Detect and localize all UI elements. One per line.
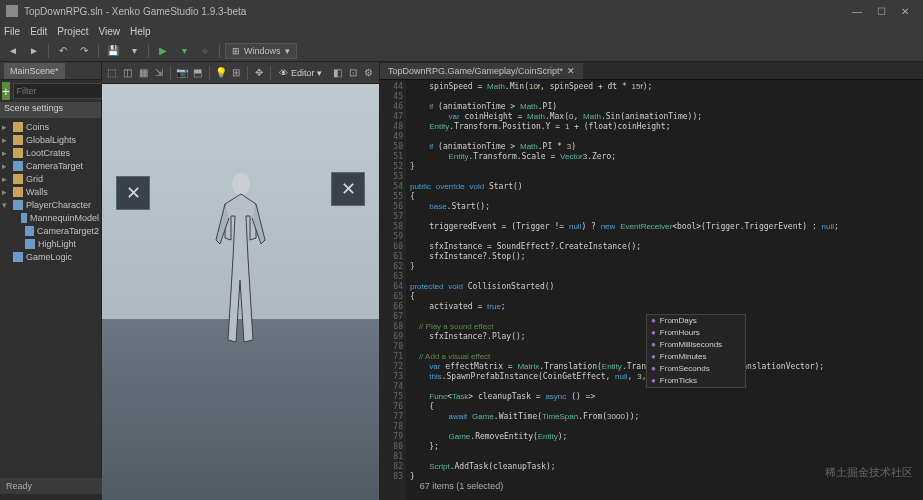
intellisense-item[interactable]: FromSeconds xyxy=(647,363,745,375)
platform-select[interactable]: ⊞ Windows ▾ xyxy=(225,43,297,59)
redo-button[interactable]: ↷ xyxy=(75,42,93,60)
scene-item[interactable]: HighLight xyxy=(0,237,101,250)
window-title: TopDownRPG.sln - Xenko GameStudio 1.9.3-… xyxy=(24,6,845,17)
viewport-crate xyxy=(331,172,365,206)
viewport-crate xyxy=(116,176,150,210)
vp-light-icon[interactable]: 💡 xyxy=(214,65,228,81)
code-gutter: 44 45 46 47 48 49 50 51 52 53 54 55 56 5… xyxy=(380,80,406,500)
scene-item[interactable]: ▸GlobalLights xyxy=(0,133,101,146)
minimize-button[interactable]: — xyxy=(845,6,869,17)
maximize-button[interactable]: ☐ xyxy=(869,6,893,17)
undo-button[interactable]: ↶ xyxy=(54,42,72,60)
status-left: Ready xyxy=(6,481,32,491)
code-editor-panel: TopDownRPG.Game/Gameplay/CoinScript*✕ 44… xyxy=(380,62,923,500)
menu-file[interactable]: File xyxy=(4,26,20,37)
scene-settings-button[interactable]: Scene settings xyxy=(0,102,101,118)
viewport-character xyxy=(206,170,276,350)
scene-item[interactable]: ▸CameraTarget xyxy=(0,159,101,172)
scene-item[interactable]: ▾PlayerCharacter xyxy=(0,198,101,211)
save-button[interactable]: 💾 xyxy=(104,42,122,60)
vp-tool-4[interactable]: ⇲ xyxy=(152,65,166,81)
intellisense-item[interactable]: FromDays xyxy=(647,315,745,327)
vp-tool-2[interactable]: ◫ xyxy=(121,65,135,81)
menu-help[interactable]: Help xyxy=(130,26,151,37)
scene-item[interactable]: ▸LootCrates xyxy=(0,146,101,159)
vp-tool-1[interactable]: ⬚ xyxy=(105,65,119,81)
platform-icon: ⊞ xyxy=(232,46,240,56)
scene-item[interactable]: CameraTarget2 xyxy=(0,224,101,237)
scene-panel: MainScene* + ⌕ Scene settings ▸Coins▸Glo… xyxy=(0,62,102,478)
intellisense-item[interactable]: FromHours xyxy=(647,327,745,339)
vp-cam-1[interactable]: 📷 xyxy=(175,65,189,81)
vp-tool-3[interactable]: ▦ xyxy=(137,65,151,81)
vp-gizmo-icon[interactable]: ✥ xyxy=(252,65,266,81)
save-dropdown[interactable]: ▾ xyxy=(125,42,143,60)
intellisense-item[interactable]: FromMilliseconds xyxy=(647,339,745,351)
menu-view[interactable]: View xyxy=(98,26,120,37)
scene-item[interactable]: GameLogic xyxy=(0,250,101,263)
status-mid: 67 items (1 selected) xyxy=(420,481,504,491)
scene-item[interactable]: MannequinModel xyxy=(0,211,101,224)
play-dropdown[interactable]: ▾ xyxy=(175,42,193,60)
main-toolbar: ◄ ► ↶ ↷ 💾 ▾ ▶ ▾ ⟐ ⊞ Windows ▾ xyxy=(0,40,923,62)
editor-label[interactable]: 👁Editor▾ xyxy=(275,68,327,78)
menu-project[interactable]: Project xyxy=(57,26,88,37)
live-button[interactable]: ⟐ xyxy=(196,42,214,60)
app-icon xyxy=(6,5,18,17)
play-button[interactable]: ▶ xyxy=(154,42,172,60)
menu-edit[interactable]: Edit xyxy=(30,26,47,37)
forward-button[interactable]: ► xyxy=(25,42,43,60)
scene-item[interactable]: ▸Walls xyxy=(0,185,101,198)
close-button[interactable]: ✕ xyxy=(893,6,917,17)
svg-point-0 xyxy=(232,173,250,195)
scene-tab[interactable]: MainScene* xyxy=(4,63,65,79)
intellisense-item[interactable]: FromMinutes xyxy=(647,351,745,363)
code-body[interactable]: spinSpeed = Math.Min(10f, spinSpeed + dt… xyxy=(406,80,923,500)
vp-extra-1[interactable]: ◧ xyxy=(330,65,344,81)
intellisense-popup[interactable]: FromDaysFromHoursFromMillisecondsFromMin… xyxy=(646,314,746,388)
vp-cam-2[interactable]: ⬒ xyxy=(191,65,205,81)
scene-item[interactable]: ▸Coins xyxy=(0,120,101,133)
intellisense-item[interactable]: FromTicks xyxy=(647,375,745,387)
scene-item[interactable]: ▸Grid xyxy=(0,172,101,185)
viewport-3d[interactable] xyxy=(102,84,379,500)
close-icon[interactable]: ✕ xyxy=(567,66,575,76)
add-entity-button[interactable]: + xyxy=(2,82,10,100)
vp-extra-3[interactable]: ⚙ xyxy=(362,65,376,81)
viewport-panel: ⬚ ◫ ▦ ⇲ 📷 ⬒ 💡 ⊞ ✥ 👁Editor▾ ◧ ⊡ xyxy=(102,62,380,500)
vp-snap-icon[interactable]: ⊞ xyxy=(230,65,244,81)
back-button[interactable]: ◄ xyxy=(4,42,22,60)
vp-extra-2[interactable]: ⊡ xyxy=(346,65,360,81)
menubar: FileEditProjectViewHelp xyxy=(0,22,923,40)
code-file-tab[interactable]: TopDownRPG.Game/Gameplay/CoinScript*✕ xyxy=(380,63,583,79)
scene-tree: ▸Coins▸GlobalLights▸LootCrates▸CameraTar… xyxy=(0,118,101,478)
titlebar: TopDownRPG.sln - Xenko GameStudio 1.9.3-… xyxy=(0,0,923,22)
